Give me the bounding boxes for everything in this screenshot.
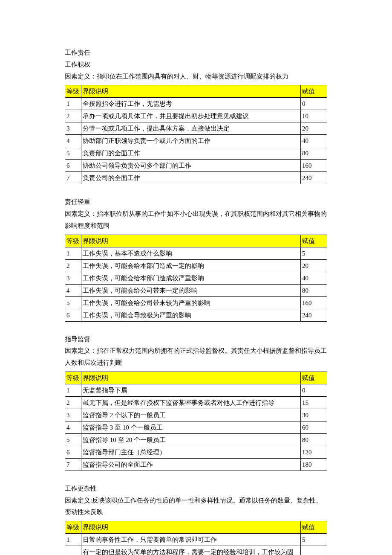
table-row: 7负责公司的全面工作240 (65, 172, 327, 184)
cell-value: 40 (301, 135, 327, 147)
factor-definition: 因素定义：指本职位所从事的工作中如不小心出现失误，在其职权范围内和对其它相关事物… (65, 208, 327, 232)
cell-desc: 协助部门正职领导负责一个或几个方面的工作 (81, 135, 301, 147)
cell-level: 2 (65, 259, 81, 272)
cell-desc: 工作失误，可能会给本部门造成一定的影响 (81, 259, 301, 272)
col-level: 等级 (65, 235, 81, 247)
cell-level: 5 (65, 296, 81, 309)
cell-level: 3 (65, 122, 81, 135)
col-desc: 界限说明 (81, 235, 301, 247)
cell-desc: 全按照指令进行工作，无需思考 (81, 98, 301, 110)
cell-level: 1 (65, 534, 81, 546)
table-row: 2工作失误，可能会给本部门造成一定的影响20 (65, 259, 327, 272)
cell-desc: 监督指导公司的全面工作 (81, 458, 301, 471)
factor-definition: 因素定义：指在正常权力范围内所拥有的正式指导监督权。其责任大小根据所监督和指导员… (65, 345, 327, 369)
cell-value: 160 (301, 160, 327, 172)
cell-level: 2 (65, 546, 81, 555)
col-level: 等级 (65, 521, 81, 534)
table-row: 4工作失误，可能会给公司带来一定的影响80 (65, 284, 327, 296)
table-row: 2有一定的但是较为简单的方法和程序，需要一定的经验和培训，工作较为固定30 (65, 546, 327, 555)
col-value: 赋值 (301, 521, 327, 534)
cell-desc: 负责部门的全面工作 (81, 147, 301, 160)
cell-value: 60 (301, 421, 327, 433)
factor-definition: 因素定义：指职位在工作范围内具有的对人、财、物等资源进行调配安排的权力 (65, 71, 327, 83)
cell-desc: 工作失误，可能会给公司带来一定的影响 (81, 284, 301, 296)
cell-value: 0 (301, 98, 327, 110)
cell-value: 80 (301, 284, 327, 296)
table-row: 1日常的事务性工作，只需要简单的常识即可工作5 (65, 534, 327, 546)
table-row: 4监督指导 3 至 10 个一般员工60 (65, 421, 327, 433)
cell-value: 30 (301, 409, 327, 421)
cell-value: 120 (301, 446, 327, 458)
factor-heading: 工作职权 (65, 59, 327, 71)
col-desc: 界限说明 (81, 85, 301, 98)
cell-level: 5 (65, 147, 81, 160)
table-row: 2虽无下属，但是经常在授权下监督某些事务或者对他人工作进行指导15 (65, 396, 327, 409)
table-row: 5监督指导 10 至 20 个一般员工80 (65, 433, 327, 446)
cell-level: 1 (65, 98, 81, 110)
col-desc: 界限说明 (81, 372, 301, 384)
cell-level: 6 (65, 446, 81, 458)
section-preheading: 工作责任 (65, 47, 327, 59)
col-value: 赋值 (301, 372, 327, 384)
cell-value: 0 (301, 384, 327, 396)
cell-value: 15 (301, 396, 327, 409)
table-row: 1工作失误，基本不造成什么影响5 (65, 247, 327, 259)
cell-value: 160 (301, 296, 327, 309)
table-row: 6工作失误，可能会导致极为严重的影响240 (65, 309, 327, 321)
table-row: 3工作失误，可能会给本部门造成较严重影响40 (65, 272, 327, 284)
col-value: 赋值 (301, 85, 327, 98)
table-row: 2承办一项或几项具体工作，并且要提出初步处理意见或建议10 (65, 110, 327, 122)
factor-heading: 指导监督 (65, 334, 327, 346)
table-row: 3监督指导 2 个以下的一般员工30 (65, 409, 327, 421)
cell-level: 2 (65, 396, 81, 409)
table-row: 5负责部门的全面工作80 (65, 147, 327, 160)
cell-desc: 监督指导 3 至 10 个一般员工 (81, 421, 301, 433)
cell-level: 3 (65, 272, 81, 284)
factor-table: 等级界限说明赋值1工作失误，基本不造成什么影响52工作失误，可能会给本部门造成一… (65, 235, 327, 322)
cell-level: 3 (65, 409, 81, 421)
col-desc: 界限说明 (81, 521, 301, 534)
cell-desc: 工作失误，可能会导致极为严重的影响 (81, 309, 301, 321)
table-row: 4协助部门正职领导负责一个或几个方面的工作40 (65, 135, 327, 147)
table-row: 1全按照指令进行工作，无需思考0 (65, 98, 327, 110)
cell-level: 1 (65, 247, 81, 259)
col-value: 赋值 (301, 235, 327, 247)
cell-level: 4 (65, 135, 81, 147)
cell-level: 6 (65, 160, 81, 172)
cell-value: 240 (301, 172, 327, 184)
cell-value: 10 (301, 110, 327, 122)
cell-level: 4 (65, 284, 81, 296)
cell-value: 5 (301, 534, 327, 546)
cell-desc: 工作失误，基本不造成什么影响 (81, 247, 301, 259)
cell-value: 20 (301, 259, 327, 272)
factor-heading: 责任轻重 (65, 196, 327, 208)
cell-desc: 有一定的但是较为简单的方法和程序，需要一定的经验和培训，工作较为固定 (81, 546, 301, 555)
table-row: 7监督指导公司的全面工作180 (65, 458, 327, 471)
cell-level: 2 (65, 110, 81, 122)
cell-desc: 分管一项或几项工作，提出具体方案，直接做出决定 (81, 122, 301, 135)
cell-level: 5 (65, 433, 81, 446)
cell-value: 240 (301, 309, 327, 321)
cell-desc: 监督指导 2 个以下的一般员工 (81, 409, 301, 421)
cell-value: 5 (301, 247, 327, 259)
cell-level: 7 (65, 172, 81, 184)
cell-desc: 监督指导 10 至 20 个一般员工 (81, 433, 301, 446)
cell-desc: 工作失误，可能会给本部门造成较严重影响 (81, 272, 301, 284)
table-row: 5工作失误，可能会给公司带来较为严重的影响160 (65, 296, 327, 309)
cell-desc: 工作失误，可能会给公司带来较为严重的影响 (81, 296, 301, 309)
factor-heading: 工作更杂性 (65, 483, 327, 495)
cell-level: 6 (65, 309, 81, 321)
cell-value: 20 (301, 122, 327, 135)
cell-desc: 虽无下属，但是经常在授权下监督某些事务或者对他人工作进行指导 (81, 396, 301, 409)
cell-value: 30 (301, 546, 327, 555)
cell-value: 40 (301, 272, 327, 284)
cell-level: 7 (65, 458, 81, 471)
cell-level: 1 (65, 384, 81, 396)
table-row: 3分管一项或几项工作，提出具体方案，直接做出决定20 (65, 122, 327, 135)
col-level: 等级 (65, 85, 81, 98)
cell-desc: 日常的事务性工作，只需要简单的常识即可工作 (81, 534, 301, 546)
cell-value: 80 (301, 147, 327, 160)
cell-desc: 监督指导部门主任（总经理） (81, 446, 301, 458)
col-level: 等级 (65, 372, 81, 384)
table-row: 6监督指导部门主任（总经理）120 (65, 446, 327, 458)
